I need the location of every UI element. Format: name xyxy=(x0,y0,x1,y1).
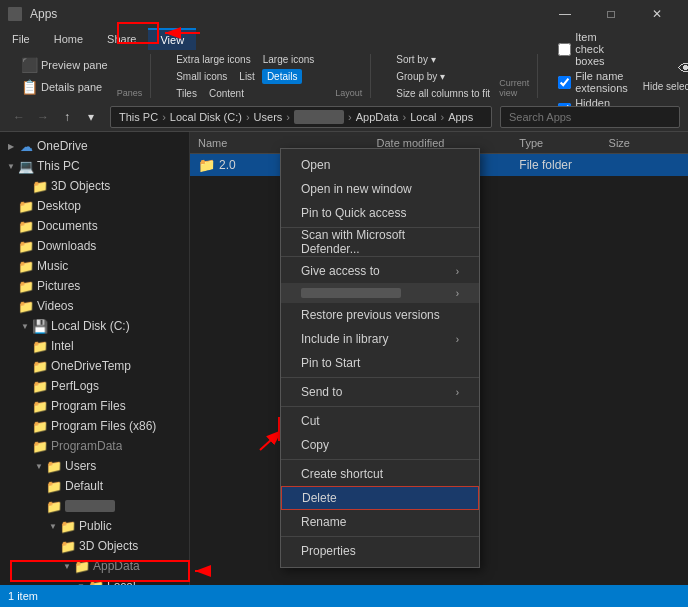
sidebar-item-perflogs[interactable]: 📁 PerfLogs xyxy=(0,376,189,396)
preview-pane-button[interactable]: ⬛ Preview pane xyxy=(16,55,113,75)
search-input[interactable] xyxy=(500,106,680,128)
sidebar-item-programdata[interactable]: 📁 ProgramData xyxy=(0,436,189,456)
thispc-icon: 💻 xyxy=(18,159,34,173)
ctx-open[interactable]: Open xyxy=(281,153,479,177)
sidebar-item-music[interactable]: 📁 Music xyxy=(0,256,189,276)
window-controls: — □ ✕ xyxy=(542,0,680,28)
item-check-boxes-checkbox[interactable]: Item check boxes xyxy=(558,31,628,67)
col-header-name[interactable]: Name xyxy=(198,137,377,149)
ctx-scan-defender[interactable]: Scan with Microsoft Defender... xyxy=(281,230,479,254)
ctx-delete[interactable]: Delete xyxy=(281,486,479,510)
videos-icon: 📁 xyxy=(18,299,34,313)
content-button[interactable]: Content xyxy=(204,86,249,101)
ctx-give-access[interactable]: Give access to › xyxy=(281,259,479,283)
ctx-cut[interactable]: Cut xyxy=(281,409,479,433)
minimize-button[interactable]: — xyxy=(542,0,588,28)
window-title: Apps xyxy=(30,7,57,21)
ctx-send-to[interactable]: Send to › xyxy=(281,380,479,404)
pictures-icon: 📁 xyxy=(18,279,34,293)
col-header-date[interactable]: Date modified xyxy=(377,137,520,149)
sidebar-item-localdisk[interactable]: ▼ 💾 Local Disk (C:) xyxy=(0,316,189,336)
large-icons-button[interactable]: Large icons xyxy=(258,52,320,67)
col-header-size[interactable]: Size xyxy=(609,137,680,149)
sidebar-item-appdata[interactable]: ▼ 📁 AppData xyxy=(0,556,189,576)
sidebar-item-users[interactable]: ▼ 📁 Users xyxy=(0,456,189,476)
recent-locations-button[interactable]: ▾ xyxy=(80,106,102,128)
sidebar-item-thispc[interactable]: ▼ 💻 This PC xyxy=(0,156,189,176)
file-name-label: 2.0 xyxy=(219,158,236,172)
sidebar-item-pictures[interactable]: 📁 Pictures xyxy=(0,276,189,296)
extra-large-icons-button[interactable]: Extra large icons xyxy=(171,52,255,67)
sidebar-label-pictures: Pictures xyxy=(37,279,80,293)
path-thispc: This PC xyxy=(119,111,158,123)
sidebar-item-intel[interactable]: 📁 Intel xyxy=(0,336,189,356)
sidebar-label-3dobjects: 3D Objects xyxy=(51,179,110,193)
ctx-pin-start[interactable]: Pin to Start xyxy=(281,351,479,375)
tab-view[interactable]: View xyxy=(148,28,196,50)
path-users: Users xyxy=(254,111,283,123)
ctx-include-library[interactable]: Include in library › xyxy=(281,327,479,351)
sidebar-item-blankuser[interactable]: 📁 xyxy=(0,496,189,516)
expand-arrow: ▶ xyxy=(4,139,18,153)
sidebar-label-users: Users xyxy=(65,459,96,473)
hide-selected-items-button[interactable]: 👁Hide selected items xyxy=(638,58,688,94)
sidebar-item-videos[interactable]: 📁 Videos xyxy=(0,296,189,316)
tab-home[interactable]: Home xyxy=(42,28,95,50)
forward-button[interactable]: → xyxy=(32,106,54,128)
sidebar-item-programfilesx86[interactable]: 📁 Program Files (x86) xyxy=(0,416,189,436)
ctx-create-shortcut[interactable]: Create shortcut xyxy=(281,462,479,486)
sidebar-item-downloads[interactable]: 📁 Downloads xyxy=(0,236,189,256)
ribbon-group-layout: Extra large icons Large icons Small icon… xyxy=(163,54,371,98)
file-name-extensions-checkbox[interactable]: File name extensions xyxy=(558,70,628,94)
tab-share[interactable]: Share xyxy=(95,28,148,50)
expand-arrow-3d xyxy=(18,179,32,193)
col-header-type[interactable]: Type xyxy=(519,137,608,149)
tab-file[interactable]: File xyxy=(0,28,42,50)
group-by-button[interactable]: Group by ▾ xyxy=(391,69,495,84)
address-path[interactable]: This PC › Local Disk (C:) › Users › › Ap… xyxy=(110,106,492,128)
ctx-blurred[interactable]: › xyxy=(281,283,479,303)
onedrivetemp-icon: 📁 xyxy=(32,359,48,373)
details-button[interactable]: Details xyxy=(262,69,303,84)
ctx-properties[interactable]: Properties xyxy=(281,539,479,563)
3dobjectspub-icon: 📁 xyxy=(60,539,76,553)
sidebar-item-onedrive[interactable]: ▶ ☁ OneDrive xyxy=(0,136,189,156)
maximize-button[interactable]: □ xyxy=(588,0,634,28)
sidebar-item-3dobjectspub[interactable]: 📁 3D Objects xyxy=(0,536,189,556)
small-icons-button[interactable]: Small icons xyxy=(171,69,232,84)
sidebar-item-desktop[interactable]: 📁 Desktop xyxy=(0,196,189,216)
sidebar-item-programfiles[interactable]: 📁 Program Files xyxy=(0,396,189,416)
title-bar-icons xyxy=(8,7,22,21)
sort-by-button[interactable]: Sort by ▾ xyxy=(391,52,495,67)
tiles-button[interactable]: Tiles xyxy=(171,86,202,101)
sidebar-item-default[interactable]: 📁 Default xyxy=(0,476,189,496)
ctx-pin-quick-access[interactable]: Pin to Quick access xyxy=(281,201,479,225)
ctx-copy[interactable]: Copy xyxy=(281,433,479,457)
expand-arrow-public: ▼ xyxy=(46,519,60,533)
programfiles-icon: 📁 xyxy=(32,399,48,413)
size-all-columns-button[interactable]: Size all columns to fit xyxy=(391,86,495,101)
sidebar-label-desktop: Desktop xyxy=(37,199,81,213)
ribbon-group-current-view: Sort by ▾ Group by ▾ Size all columns to… xyxy=(383,54,538,98)
sidebar-item-onedrivetemp[interactable]: 📁 OneDriveTemp xyxy=(0,356,189,376)
onedrive-icon: ☁ xyxy=(18,139,34,153)
submenu-arrow3: › xyxy=(456,334,459,345)
sidebar-item-local[interactable]: ▼ 📁 Local xyxy=(0,576,189,585)
intel-icon: 📁 xyxy=(32,339,48,353)
back-button[interactable]: ← xyxy=(8,106,30,128)
sidebar-item-3dobjects[interactable]: 📁 3D Objects xyxy=(0,176,189,196)
up-button[interactable]: ↑ xyxy=(56,106,78,128)
sidebar-label-programfiles: Program Files xyxy=(51,399,126,413)
ctx-rename[interactable]: Rename xyxy=(281,510,479,534)
close-button[interactable]: ✕ xyxy=(634,0,680,28)
sidebar-item-public[interactable]: ▼ 📁 Public xyxy=(0,516,189,536)
ctx-restore-previous[interactable]: Restore previous versions xyxy=(281,303,479,327)
details-pane-button[interactable]: 📋 Details pane xyxy=(16,77,113,97)
sidebar-item-documents[interactable]: 📁 Documents xyxy=(0,216,189,236)
default-icon: 📁 xyxy=(46,479,62,493)
list-button[interactable]: List xyxy=(234,69,260,84)
music-icon: 📁 xyxy=(18,259,34,273)
ribbon-group-show-hide: Item check boxes File name extensions Hi… xyxy=(550,54,688,98)
ctx-open-new-window[interactable]: Open in new window xyxy=(281,177,479,201)
title-bar: Apps — □ ✕ xyxy=(0,0,688,28)
